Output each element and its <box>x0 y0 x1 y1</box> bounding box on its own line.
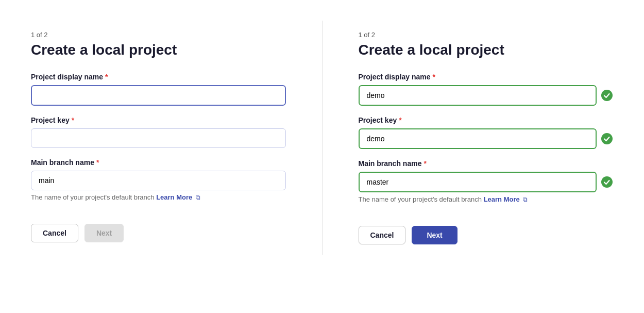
right-form-panel: 1 of 2 Create a local project Project di… <box>359 21 614 255</box>
right-project-key-group: Project key * <box>359 116 614 149</box>
left-action-row: Cancel Next <box>31 224 286 242</box>
right-main-branch-label: Main branch name * <box>359 159 614 168</box>
svg-point-0 <box>601 90 613 101</box>
right-panel-title: Create a local project <box>359 42 614 58</box>
svg-point-2 <box>601 176 613 188</box>
left-next-button[interactable]: Next <box>84 224 124 242</box>
page-container: 1 of 2 Create a local project Project di… <box>31 21 613 255</box>
right-project-key-required: * <box>399 116 401 124</box>
right-learn-more-link[interactable]: Learn More <box>484 195 520 203</box>
left-main-branch-input[interactable] <box>31 171 286 190</box>
left-external-link-icon: ⧉ <box>196 194 200 201</box>
left-display-name-input[interactable] <box>31 85 286 106</box>
right-action-row: Cancel Next <box>359 226 614 244</box>
left-main-branch-group: Main branch name * The name of your proj… <box>31 158 286 201</box>
right-display-name-input[interactable] <box>359 85 597 106</box>
left-main-branch-label: Main branch name * <box>31 158 286 167</box>
left-main-branch-required: * <box>96 158 99 167</box>
right-main-branch-required: * <box>423 159 426 168</box>
panel-divider <box>322 21 323 255</box>
left-panel-title: Create a local project <box>31 42 286 58</box>
svg-point-1 <box>601 133 613 144</box>
right-project-key-check-icon <box>601 133 613 145</box>
right-main-branch-input[interactable] <box>359 172 597 192</box>
right-main-branch-wrapper <box>359 172 614 192</box>
right-display-name-group: Project display name * <box>359 73 614 106</box>
left-main-branch-wrapper <box>31 171 286 190</box>
right-project-key-wrapper <box>359 128 614 149</box>
right-display-name-label: Project display name * <box>359 73 614 81</box>
left-display-name-label: Project display name * <box>31 73 286 81</box>
right-hint-text: The name of your project's default branc… <box>359 195 614 203</box>
left-project-key-wrapper <box>31 128 286 148</box>
left-display-name-wrapper <box>31 85 286 106</box>
right-project-key-label: Project key * <box>359 116 614 124</box>
right-main-branch-group: Main branch name * The name of your proj… <box>359 159 614 203</box>
left-display-name-group: Project display name * <box>31 73 286 106</box>
right-step-label: 1 of 2 <box>359 31 614 39</box>
left-project-key-required: * <box>72 116 74 124</box>
right-cancel-button[interactable]: Cancel <box>359 226 406 244</box>
left-hint-text: The name of your project's default branc… <box>31 193 286 201</box>
left-learn-more-link[interactable]: Learn More <box>156 193 192 201</box>
left-form-panel: 1 of 2 Create a local project Project di… <box>31 21 286 255</box>
left-cancel-button[interactable]: Cancel <box>31 224 78 242</box>
right-next-button[interactable]: Next <box>412 226 457 244</box>
right-external-link-icon: ⧉ <box>523 196 528 203</box>
right-display-name-check-icon <box>601 89 613 102</box>
right-display-name-required: * <box>433 73 435 81</box>
left-project-key-group: Project key * <box>31 116 286 148</box>
right-main-branch-check-icon <box>601 176 613 188</box>
left-project-key-label: Project key * <box>31 116 286 124</box>
left-display-name-required: * <box>105 73 108 81</box>
right-display-name-wrapper <box>359 85 614 106</box>
left-step-label: 1 of 2 <box>31 31 286 39</box>
left-project-key-input[interactable] <box>31 128 286 148</box>
right-project-key-input[interactable] <box>359 128 597 149</box>
